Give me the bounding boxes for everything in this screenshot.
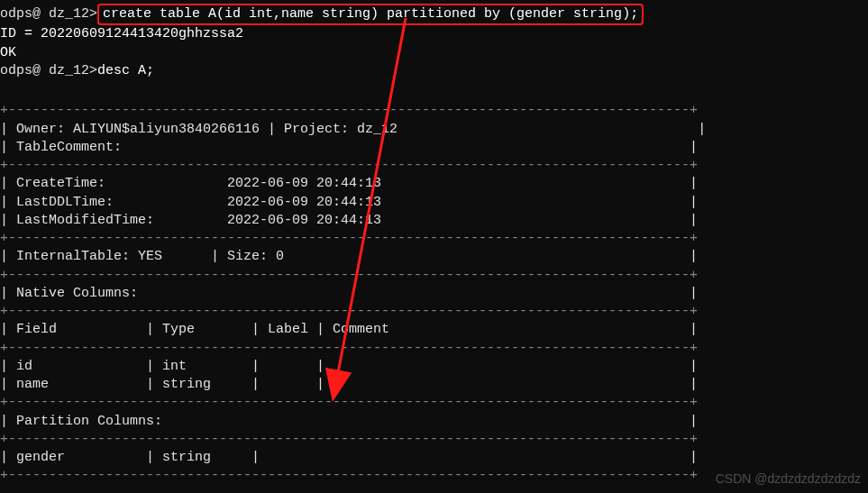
border: +---------------------------------------…	[0, 157, 868, 175]
output-id: ID = 20220609124413420ghhzssa2	[0, 25, 868, 43]
lastddl-row: | LastDDLTime: 2022-06-09 20:44:13 |	[0, 194, 868, 212]
border: +---------------------------------------…	[0, 267, 868, 285]
border: +---------------------------------------…	[0, 394, 868, 412]
border: +---------------------------------------…	[0, 303, 868, 321]
border: +---------------------------------------…	[0, 340, 868, 358]
internal-row: | InternalTable: YES | Size: 0 |	[0, 248, 868, 266]
prompt-line-2: odps@ dz_12> desc A;	[0, 62, 868, 80]
watermark: CSDN @dzdzdzdzdzdzdz	[716, 470, 861, 488]
native-cols-row: | Native Columns: |	[0, 285, 868, 303]
prompt-prefix-1: odps@ dz_12>	[0, 5, 97, 23]
desc-table-output: +---------------------------------------…	[0, 102, 868, 485]
output-ok: OK	[0, 44, 868, 62]
command-highlight-box: create table A(id int,name string) parti…	[97, 4, 644, 25]
col-gender-row: | gender | string | |	[0, 449, 868, 467]
comment-row: | TableComment: |	[0, 139, 868, 157]
border: +---------------------------------------…	[0, 431, 868, 449]
create-table-command[interactable]: create table A(id int,name string) parti…	[103, 6, 638, 22]
border: +---------------------------------------…	[0, 102, 868, 120]
prompt-line-1: odps@ dz_12> create table A(id int,name …	[0, 4, 868, 25]
owner-row: | Owner: ALIYUN$aliyun3840266116 | Proje…	[0, 121, 868, 139]
col-name-row: | name | string | | |	[0, 376, 868, 394]
blank-before-table	[0, 80, 868, 98]
column-header-row: | Field | Type | Label | Comment |	[0, 321, 868, 339]
desc-command[interactable]: desc A;	[97, 62, 154, 80]
createtime-row: | CreateTime: 2022-06-09 20:44:13 |	[0, 175, 868, 193]
partition-cols-row: | Partition Columns: |	[0, 413, 868, 431]
prompt-prefix-2: odps@ dz_12>	[0, 62, 97, 80]
col-id-row: | id | int | | |	[0, 358, 868, 376]
border: +---------------------------------------…	[0, 230, 868, 248]
lastmod-row: | LastModifiedTime: 2022-06-09 20:44:13 …	[0, 212, 868, 230]
